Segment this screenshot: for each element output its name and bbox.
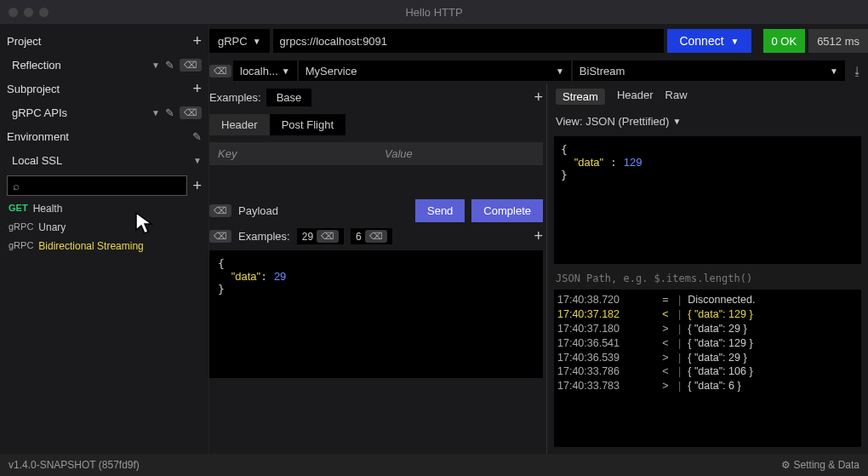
- env-label: Environment: [7, 130, 192, 143]
- log-area: 17:40:38.720=|Disconnected.17:40:37.182<…: [554, 290, 861, 447]
- delete-icon[interactable]: ⌫: [209, 204, 231, 217]
- payload-editor[interactable]: { "data": 29}: [209, 250, 543, 378]
- version-label: v1.4.0-SNAPSHOT (857fd9f): [9, 459, 140, 471]
- edit-icon[interactable]: ✎: [165, 59, 174, 72]
- settings-link[interactable]: ⚙ Setting & Data: [781, 459, 859, 471]
- window-controls[interactable]: [9, 8, 49, 17]
- value-input[interactable]: Value: [376, 142, 543, 165]
- tab-header[interactable]: Header: [617, 89, 654, 105]
- service-select[interactable]: MyService▼: [299, 60, 571, 81]
- example-chip[interactable]: 6⌫: [351, 228, 392, 244]
- add-payload-icon[interactable]: +: [534, 227, 543, 245]
- max-dot[interactable]: [39, 8, 49, 17]
- delete-icon[interactable]: ⌫: [180, 106, 202, 119]
- log-row: 17:40:37.180>|{ "data": 29 }: [557, 322, 858, 336]
- request-item[interactable]: gRPCUnary: [3, 218, 205, 237]
- key-input[interactable]: Key: [209, 142, 376, 165]
- example-base[interactable]: Base: [266, 89, 312, 106]
- env-value[interactable]: Local SSL: [12, 154, 193, 167]
- log-row: 17:40:37.182<|{ "data": 129 }: [557, 307, 858, 322]
- log-row: 17:40:36.539>|{ "data": 29 }: [557, 351, 858, 365]
- search-icon: ⌕: [13, 180, 20, 192]
- project-label: Project: [7, 35, 192, 48]
- edit-icon[interactable]: ✎: [192, 130, 202, 143]
- request-label: Unary: [38, 221, 66, 233]
- payload-label: Payload: [238, 204, 278, 217]
- connect-button[interactable]: Connect▼: [667, 29, 751, 53]
- window-title: Hello HTTP: [405, 6, 462, 19]
- protocol-select[interactable]: gRPC▼: [209, 29, 270, 53]
- tab-raw[interactable]: Raw: [665, 89, 688, 105]
- delete-icon[interactable]: ⌫: [180, 59, 202, 72]
- log-row: 17:40:33.783>|{ "data": 6 }: [557, 379, 858, 393]
- download-icon[interactable]: ⭳: [847, 65, 868, 77]
- project-value[interactable]: Reflection: [12, 59, 151, 72]
- chevron-down-icon[interactable]: ▼: [151, 60, 160, 70]
- response-body: { "data" : 129}: [554, 136, 861, 264]
- add-example-icon[interactable]: +: [534, 89, 543, 106]
- url-input[interactable]: grpcs://localhost:9091: [273, 29, 665, 53]
- tab-postflight[interactable]: Post Flight: [270, 114, 345, 135]
- delete-icon[interactable]: ⌫: [209, 230, 231, 243]
- tab-header[interactable]: Header: [209, 114, 270, 135]
- edit-icon[interactable]: ✎: [165, 106, 174, 119]
- examples-label: Examples:: [209, 91, 261, 104]
- search-input[interactable]: ⌕: [7, 175, 187, 196]
- method-badge: gRPC: [9, 221, 33, 233]
- log-row: 17:40:38.720=|Disconnected.: [557, 293, 858, 307]
- log-row: 17:40:33.786<|{ "data": 106 }: [557, 364, 858, 379]
- chevron-down-icon: ▼: [731, 37, 740, 46]
- min-dot[interactable]: [24, 8, 33, 17]
- chevron-down-icon: ▼: [253, 37, 261, 46]
- close-dot[interactable]: [9, 8, 18, 17]
- payload-examples-label: Examples:: [238, 230, 290, 243]
- latency-badge: 6512 ms: [808, 29, 868, 53]
- status-badge: 0 OK: [763, 29, 806, 53]
- add-request-icon[interactable]: +: [192, 177, 202, 195]
- method-badge: GET: [9, 203, 28, 215]
- chevron-down-icon[interactable]: ▼: [151, 108, 160, 118]
- chevron-down-icon[interactable]: ▼: [193, 156, 202, 165]
- add-subproject-icon[interactable]: +: [192, 80, 202, 98]
- tab-stream[interactable]: Stream: [556, 89, 605, 105]
- example-chip[interactable]: 29⌫: [297, 228, 344, 244]
- complete-button[interactable]: Complete: [471, 199, 543, 222]
- request-label: Bidirectional Streaming: [38, 240, 143, 252]
- method-badge: gRPC: [9, 240, 33, 252]
- titlebar: Hello HTTP: [0, 0, 868, 24]
- host-select[interactable]: localh...▼: [233, 60, 297, 81]
- send-button[interactable]: Send: [415, 199, 465, 222]
- add-project-icon[interactable]: +: [192, 32, 202, 50]
- log-row: 17:40:36.541<|{ "data": 129 }: [557, 336, 858, 351]
- request-item[interactable]: GETHealth: [3, 199, 205, 218]
- view-select[interactable]: View: JSON (Prettified)▼: [547, 110, 868, 133]
- delete-icon[interactable]: ⌫: [209, 65, 231, 77]
- subproject-label: Subproject: [7, 83, 192, 95]
- subproject-value[interactable]: gRPC APIs: [12, 106, 151, 119]
- request-item[interactable]: gRPCBidirectional Streaming: [3, 237, 205, 255]
- jsonpath-input[interactable]: JSON Path, e.g. $.items.length(): [547, 267, 868, 290]
- footer: v1.4.0-SNAPSHOT (857fd9f) ⚙ Setting & Da…: [0, 454, 868, 476]
- method-select[interactable]: BiStream▼: [573, 60, 845, 81]
- sidebar: Project+ Reflection▼✎⌫ Subproject+ gRPC …: [0, 24, 209, 454]
- request-label: Health: [33, 203, 63, 215]
